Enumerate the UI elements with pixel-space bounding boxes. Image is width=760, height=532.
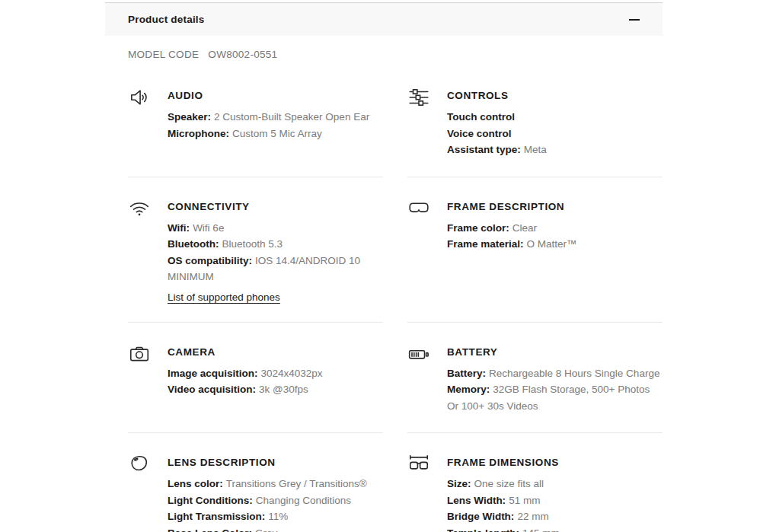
spec-row: Lens color:Transitions Grey / Transition… — [168, 476, 383, 492]
spec-grid: AUDIO Speaker:2 Custom-Built Speaker Ope… — [128, 75, 663, 532]
spec-label: Size: — [447, 478, 471, 489]
spec-row: Video acquisition:3k @30fps — [168, 381, 383, 398]
spec-row: Bluetooth:Bluetooth 5.3 — [168, 236, 383, 253]
spec-row: Light Conditions:Changing Conditions — [168, 492, 383, 509]
spec-row: Lens Width:51 mm — [447, 492, 663, 509]
sliders-icon — [407, 85, 447, 109]
accordion-header[interactable]: Product details — [105, 2, 663, 36]
spec-label: Battery: — [447, 368, 486, 379]
spec-label: Assistant type: — [447, 144, 521, 155]
spec-value: 11% — [268, 511, 288, 522]
spec-value: Custom 5 Mic Array — [232, 128, 322, 139]
goggle-icon — [407, 196, 447, 220]
section-camera: CAMERA Image acquisition:3024x4032px Vid… — [128, 323, 383, 434]
spec-label: Memory: — [447, 384, 490, 395]
accordion-title: Product details — [128, 14, 205, 25]
spec-row: Light Transmission:11% — [168, 508, 383, 525]
spec-label: Microphone: — [168, 128, 229, 139]
model-code: MODEL CODE OW8002-0551 — [128, 49, 663, 60]
spec-row: Microphone:Custom 5 Mic Array — [168, 126, 383, 142]
spec-value: 51 mm — [509, 495, 540, 506]
spec-value: Rechargeable 8 Hours Single Charge — [489, 368, 659, 379]
spec-label: Voice control — [447, 128, 512, 139]
collapse-minus-icon[interactable] — [629, 19, 640, 21]
section-title: LENS DESCRIPTION — [168, 457, 383, 468]
section-title: AUDIO — [168, 90, 383, 101]
model-code-label: MODEL CODE — [128, 49, 199, 60]
spec-label: Lens Width: — [447, 495, 506, 506]
spec-value: 2 Custom-Built Speaker Open Ear — [214, 111, 369, 123]
spec-value: O Matter™ — [527, 238, 577, 250]
spec-label: Frame color: — [447, 222, 509, 234]
spec-label: Base Lens Color: — [168, 527, 252, 532]
spec-label: Light Transmission: — [168, 511, 265, 522]
section-battery: BATTERY Battery:Rechargeable 8 Hours Sin… — [407, 323, 663, 434]
camera-icon — [128, 342, 168, 365]
spec-label: Frame material: — [447, 238, 524, 250]
spec-row: Temple length:145 mm — [447, 525, 663, 532]
spec-row: Battery:Rechargeable 8 Hours Single Char… — [447, 365, 663, 382]
spec-label: Wifi: — [168, 222, 190, 234]
spec-label: Bridge Width: — [447, 511, 514, 522]
spec-row: Voice control — [447, 126, 663, 142]
spec-value: Meta — [524, 144, 547, 155]
section-title: CONNECTIVITY — [168, 201, 383, 212]
section-title: FRAME DESCRIPTION — [447, 201, 663, 212]
section-title: FRAME DIMENSIONS — [447, 457, 663, 468]
spec-label: Light Conditions: — [168, 495, 253, 506]
speaker-icon — [128, 85, 168, 109]
spec-row: Frame material:O Matter™ — [447, 236, 663, 253]
product-details-panel: Product details MODEL CODE OW8002-0551 A… — [105, 0, 663, 532]
spec-label: Image acquisition: — [168, 368, 258, 379]
spec-row: Memory:32GB Flash Storage, 500+ Photos O… — [447, 381, 663, 414]
spec-row: Touch control — [447, 109, 663, 126]
model-code-value: OW8002-0551 — [208, 49, 277, 60]
spec-row: Wifi:Wifi 6e — [168, 220, 383, 237]
battery-icon — [407, 342, 447, 365]
spec-value: 22 mm — [517, 511, 548, 522]
spec-value: Wifi 6e — [193, 222, 224, 234]
spec-row: Assistant type:Meta — [447, 142, 663, 158]
spec-value: 3k @30fps — [259, 384, 308, 395]
spec-value: 3024x4032px — [261, 368, 323, 379]
spec-label: OS compatibility: — [168, 255, 252, 266]
section-lens-description: LENS DESCRIPTION Lens color:Transitions … — [128, 433, 383, 532]
spec-value: One size fits all — [474, 478, 544, 489]
spec-value: Grey — [255, 527, 277, 532]
glasses-ruler-icon — [407, 452, 447, 476]
spec-label: Lens color: — [168, 478, 223, 489]
spec-row: Image acquisition:3024x4032px — [168, 365, 383, 382]
section-connectivity: CONNECTIVITY Wifi:Wifi 6e Bluetooth:Blue… — [128, 177, 383, 323]
spec-row: Speaker:2 Custom-Built Speaker Open Ear — [168, 109, 383, 126]
spec-value: Transitions Grey / Transitions® — [226, 478, 367, 489]
section-frame-dimensions: FRAME DIMENSIONS Size:One size fits all … — [407, 433, 663, 532]
spec-row: Size:One size fits all — [447, 476, 663, 492]
spec-value: Clear — [513, 222, 537, 234]
spec-value: 145 mm — [522, 527, 560, 532]
section-title: CONTROLS — [447, 90, 663, 101]
supported-phones-link[interactable]: List of supported phones — [168, 291, 280, 303]
section-controls: CONTROLS Touch control Voice control Ass… — [407, 75, 663, 177]
spec-label: Bluetooth: — [168, 238, 219, 250]
section-audio: AUDIO Speaker:2 Custom-Built Speaker Ope… — [128, 75, 383, 177]
spec-label: Temple length: — [447, 527, 519, 532]
spec-label: Video acquisition: — [168, 384, 256, 395]
spec-row: OS compatibility:IOS 14.4/ANDROID 10 MIN… — [168, 253, 383, 285]
spec-row: Frame color:Clear — [447, 220, 663, 237]
spec-value: Changing Conditions — [256, 495, 351, 506]
section-title: CAMERA — [168, 346, 383, 358]
spec-row: Bridge Width:22 mm — [447, 508, 663, 525]
lens-icon — [128, 452, 168, 476]
section-frame-description: FRAME DESCRIPTION Frame color:Clear Fram… — [407, 177, 663, 323]
spec-value: Bluetooth 5.3 — [222, 238, 283, 250]
spec-label: Touch control — [447, 111, 515, 123]
section-title: BATTERY — [447, 346, 663, 358]
spec-label: Speaker: — [168, 111, 211, 123]
wifi-icon — [128, 196, 168, 220]
spec-row: Base Lens Color:Grey — [168, 525, 383, 532]
